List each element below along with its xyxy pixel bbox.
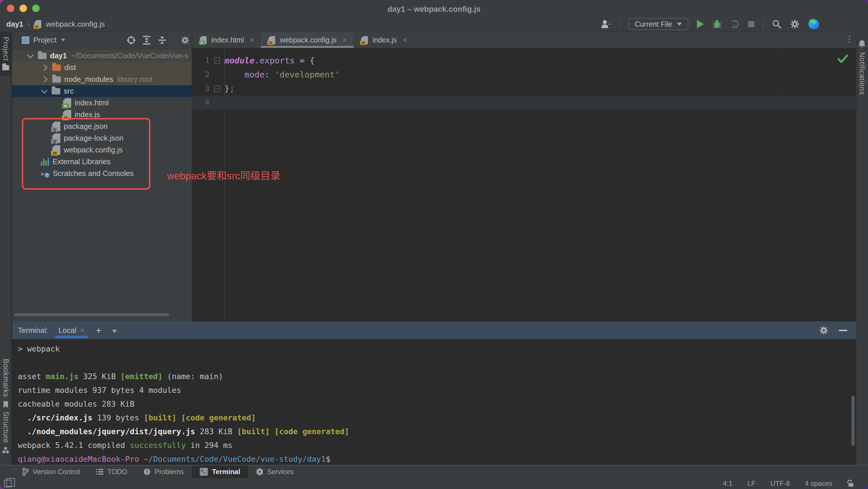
inspections-ok-icon[interactable] [838,55,848,63]
tool-window-button-terminal[interactable]: Terminal [192,465,248,478]
chevron-collapsed-icon[interactable] [41,64,48,71]
terminal-header: Terminal: Local × + [12,321,856,339]
library-root-label: library root [117,75,153,84]
project-view-select[interactable]: Project [22,36,66,44]
ide-window: day1 – webpack.config.js day1 › JS webpa… [0,0,868,489]
js-file-icon: JS [361,36,368,44]
caret-position[interactable]: 4:1 [723,480,733,488]
breadcrumb-project[interactable]: day1 [6,20,23,29]
editor-tab-bar: H index.html × JS webpack.config.js × JS… [192,32,856,48]
status-bar: 4:1 LF UTF-8 4 spaces [0,478,868,489]
terminal-title: Terminal: [18,326,48,335]
line-number: 3 [192,84,210,93]
hide-terminal-icon[interactable] [839,330,847,331]
debug-button[interactable] [712,19,722,29]
terminal-output[interactable]: > webpack asset main.js 325 KiB [emitted… [18,339,856,465]
panel-settings-gear-icon[interactable] [181,36,189,44]
close-tab-icon[interactable]: × [402,36,407,44]
editor-area: H index.html × JS webpack.config.js × JS… [192,32,856,321]
terminal-line: ./src/index.js 139 bytes [built] [code g… [18,411,856,425]
terminal-settings-gear-icon[interactable] [819,326,828,335]
js-file-icon: JS [268,36,275,44]
tab-webpack-config-js[interactable]: JS webpack.config.js × [261,32,353,48]
terminal-line: runtime modules 937 bytes 4 modules [18,383,856,397]
tool-window-button-services[interactable]: Services [248,465,302,478]
right-tool-stripe: Notifications [856,32,868,465]
left-tool-stripe: Project Bookmarks Structure [0,32,11,465]
tree-item-node-modules[interactable]: node_modules library root [12,73,192,85]
tab-index-html[interactable]: H index.html × [192,32,261,48]
stop-button-disabled [748,21,754,27]
tool-window-button-todo[interactable]: TODO [88,465,135,478]
annotation-text: webpack要和src同级目录 [167,168,280,182]
fold-marker-icon[interactable] [214,57,220,64]
file-encoding[interactable]: UTF-8 [770,480,790,488]
chevron-expanded-icon[interactable] [27,52,34,58]
close-tab-icon[interactable]: × [250,36,254,44]
settings-gear-icon[interactable] [790,19,800,29]
new-terminal-session-button[interactable]: + [96,325,102,336]
tree-item-index-html[interactable]: H index.html [12,97,192,109]
chevron-expanded-icon[interactable] [41,87,48,94]
tree-item-src[interactable]: src [12,85,192,97]
run-configuration-label: Current File [634,20,672,28]
line-number: 1 [192,56,210,65]
js-file-icon: JS [34,20,41,28]
folder-icon [52,76,61,83]
window-title: day1 – webpack.config.js [0,0,868,17]
line-number: 4 [192,98,210,107]
breadcrumb-separator: › [27,20,30,29]
locate-file-icon[interactable] [127,36,135,44]
run-button[interactable] [697,20,704,28]
tool-window-button-problems[interactable]: Problems [135,465,192,478]
run-configuration-select[interactable]: Current File [628,18,688,30]
tool-window-button-version-control[interactable]: Version Control [14,465,88,478]
structure-stripe-label: Structure [2,412,10,443]
collapse-all-icon[interactable] [158,36,166,45]
breadcrumb-file[interactable]: webpack.config.js [46,20,105,29]
tree-item-dist[interactable]: dist [12,62,192,73]
horizontal-scrollbar[interactable] [14,314,169,316]
bookmark-icon [3,401,9,408]
bookmarks-stripe-label: Bookmarks [2,359,10,397]
tree-item-day1[interactable]: day1 ~/Documents/Code/VueCode/vue-s [12,50,192,62]
notifications-stripe-label: Notifications [858,52,866,95]
chevron-down-icon [61,39,65,41]
lock-open-icon[interactable] [847,480,854,487]
project-view-icon [22,36,29,44]
tool-window-button-structure[interactable]: Structure [0,412,11,453]
tool-window-button-bookmarks[interactable]: Bookmarks [0,359,11,408]
search-everywhere-icon[interactable] [772,20,781,29]
toolbar-divider [619,19,620,29]
code-editor[interactable]: 1 module.exports = { 2 mode: 'developmen… [192,48,856,321]
terminal-sessions-chevron-icon[interactable] [112,326,117,335]
ide-logo-icon [808,19,819,30]
user-account-icon[interactable] [601,20,611,29]
terminal-scrollbar[interactable] [851,395,855,446]
expand-all-icon[interactable] [143,36,151,45]
breadcrumb[interactable]: day1 › JS webpack.config.js [6,17,105,31]
html-file-icon: H [63,98,71,108]
html-file-icon: H [200,36,207,44]
terminal-line [18,356,856,370]
chevron-collapsed-icon[interactable] [41,76,48,83]
fold-marker-icon[interactable] [214,85,220,92]
code-line-3: 3 }; [192,82,856,96]
tool-window-button-notifications[interactable]: Notifications [856,40,868,95]
problems-icon [143,468,151,476]
annotation-highlight-box [22,118,150,190]
chevron-down-icon [677,23,682,26]
tab-index-js[interactable]: JS index.js × [353,32,414,48]
terminal-tab-local[interactable]: Local × [58,321,84,339]
tool-window-button-project[interactable]: Project [0,32,11,76]
close-tab-icon[interactable]: × [342,36,346,44]
code-line-1: 1 module.exports = { [192,53,856,67]
close-terminal-tab-icon[interactable]: × [81,326,84,334]
indent-setting[interactable]: 4 spaces [805,480,832,488]
window-layouts-icon[interactable] [4,480,11,487]
line-ending[interactable]: LF [747,480,755,488]
terminal-line: ./node_modules/jquery/dist/jquery.js 283… [18,425,856,438]
project-stripe-label: Project [2,37,10,61]
folder-excluded-icon [52,65,61,71]
tab-list-more-icon[interactable]: ⋮ [845,34,854,44]
